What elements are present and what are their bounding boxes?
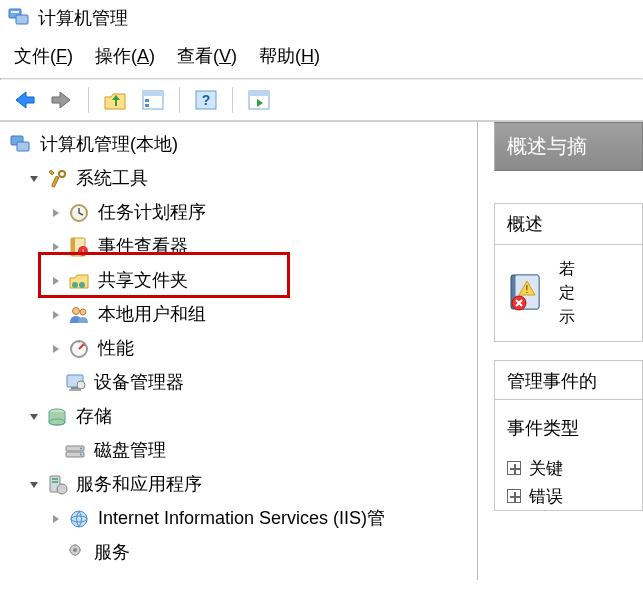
refresh-view-button[interactable]: [245, 86, 273, 114]
svg-point-39: [71, 511, 87, 527]
forward-button[interactable]: [48, 86, 76, 114]
expander-icon[interactable]: [48, 205, 64, 221]
overview-body: ! 若 定 示: [495, 245, 642, 341]
event-type-error[interactable]: 错误: [507, 482, 630, 510]
device-manager-icon: [64, 372, 86, 394]
expander-icon[interactable]: [48, 273, 64, 289]
manage-events-box: 事件类型 关键 错误: [494, 399, 643, 511]
tree-node-task-scheduler[interactable]: 任务计划程序: [6, 196, 477, 230]
overview-section: 概述 ! 若 定 示: [494, 203, 643, 342]
toolbar-separator: [232, 87, 233, 113]
tree-node-local-users[interactable]: 本地用户和组: [6, 298, 477, 332]
properties-button[interactable]: [139, 86, 167, 114]
expander-icon[interactable]: [26, 409, 42, 425]
services-icon: [64, 542, 86, 564]
menu-help[interactable]: 帮助(H): [259, 44, 320, 68]
toolbar-separator: [179, 87, 180, 113]
tree-node-iis[interactable]: Internet Information Services (IIS)管: [6, 502, 477, 536]
event-type-label: 关键: [529, 457, 563, 480]
svg-point-23: [80, 309, 86, 315]
tree-node-event-viewer[interactable]: ! 事件查看器: [6, 230, 477, 264]
menu-view[interactable]: 查看(V): [177, 44, 237, 68]
shared-folders-icon: [68, 270, 90, 292]
expander-icon[interactable]: [48, 239, 64, 255]
help-button[interactable]: ?: [192, 86, 220, 114]
svg-rect-5: [145, 99, 149, 102]
main-area: 计算机管理(本地) 系统工具 任务计划程序 !: [0, 121, 643, 580]
storage-icon: [46, 406, 68, 428]
svg-rect-36: [52, 478, 58, 480]
computer-management-icon: [10, 134, 32, 156]
tree-node-services[interactable]: 服务: [6, 536, 477, 570]
svg-rect-13: [52, 176, 59, 187]
tree-label: 本地用户和组: [98, 304, 206, 326]
svg-rect-2: [11, 11, 19, 13]
tree-label: 性能: [98, 338, 134, 360]
svg-point-38: [57, 484, 67, 494]
toolbar: ?: [0, 80, 643, 121]
overview-title: 概述: [495, 204, 642, 245]
event-type-label: 错误: [529, 485, 563, 508]
expand-icon[interactable]: [507, 461, 521, 475]
back-button[interactable]: [10, 86, 38, 114]
toolbar-separator: [88, 87, 89, 113]
svg-rect-4: [143, 91, 163, 96]
svg-rect-37: [52, 481, 58, 483]
svg-point-20: [72, 282, 78, 288]
expander-icon[interactable]: [48, 511, 64, 527]
menu-action[interactable]: 操作(A): [95, 44, 155, 68]
tree-label: 任务计划程序: [98, 202, 206, 224]
tree-label: 存储: [76, 406, 112, 428]
tree-node-disk-management[interactable]: 磁盘管理: [6, 434, 477, 468]
svg-point-21: [79, 282, 85, 288]
disk-management-icon: [64, 440, 86, 462]
svg-text:?: ?: [202, 92, 211, 108]
svg-rect-17: [71, 238, 75, 256]
tree-label: 事件查看器: [98, 236, 188, 258]
expander-icon[interactable]: [26, 171, 42, 187]
svg-rect-27: [69, 389, 81, 391]
event-type-list: 关键 错误: [495, 446, 642, 510]
tree-node-storage[interactable]: 存储: [6, 400, 477, 434]
menu-file[interactable]: 文件(F): [14, 44, 73, 68]
clock-icon: [68, 202, 90, 224]
tools-icon: [46, 168, 68, 190]
svg-text:!: !: [82, 247, 84, 256]
tree-label: 共享文件夹: [98, 270, 188, 292]
svg-point-14: [59, 171, 65, 177]
window-title: 计算机管理: [38, 6, 128, 30]
expander-icon[interactable]: [48, 341, 64, 357]
tree-label: 磁盘管理: [94, 440, 166, 462]
services-apps-icon: [46, 474, 68, 496]
tree-label: Internet Information Services (IIS)管: [98, 508, 385, 530]
performance-icon: [68, 338, 90, 360]
users-icon: [68, 304, 90, 326]
detail-header: 概述与摘: [494, 122, 643, 171]
tree-node-performance[interactable]: 性能: [6, 332, 477, 366]
svg-text:!: !: [526, 284, 529, 295]
up-folder-button[interactable]: [101, 86, 129, 114]
svg-rect-6: [145, 104, 149, 107]
app-icon: [8, 7, 30, 29]
svg-point-42: [73, 548, 77, 552]
event-viewer-icon: !: [68, 236, 90, 258]
svg-point-34: [80, 454, 82, 456]
detail-pane: 概述与摘 概述 ! 若 定 示: [478, 122, 643, 580]
svg-rect-1: [16, 15, 28, 24]
overview-text: 若 定 示: [559, 257, 575, 329]
expander-icon[interactable]: [48, 307, 64, 323]
tree-node-shared-folders[interactable]: 共享文件夹: [6, 264, 477, 298]
tree-node-services-apps[interactable]: 服务和应用程序: [6, 468, 477, 502]
tree-node-computer-management[interactable]: 计算机管理(本地): [6, 128, 477, 162]
expand-icon[interactable]: [507, 489, 521, 503]
tree-node-device-manager[interactable]: 设备管理器: [6, 366, 477, 400]
event-types-label: 事件类型: [495, 410, 642, 446]
tree-label: 设备管理器: [94, 372, 184, 394]
event-type-critical[interactable]: 关键: [507, 454, 630, 482]
tree-node-system-tools[interactable]: 系统工具: [6, 162, 477, 196]
menubar: 文件(F) 操作(A) 查看(V) 帮助(H): [0, 40, 643, 78]
expander-icon[interactable]: [26, 477, 42, 493]
manage-events-title: 管理事件的: [494, 360, 643, 399]
tree-label: 系统工具: [76, 168, 148, 190]
tree-pane: 计算机管理(本地) 系统工具 任务计划程序 !: [0, 122, 478, 580]
